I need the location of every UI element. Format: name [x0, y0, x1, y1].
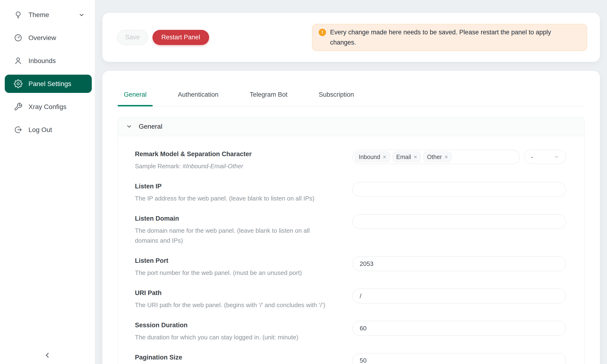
- chevron-down-icon: [79, 12, 85, 18]
- tag-label: Inbound: [359, 154, 380, 160]
- panel-title: General: [139, 123, 162, 130]
- field-description: Sample Remark: #Inbound-Email-Other: [135, 161, 334, 171]
- tag-other: Other ×: [423, 152, 452, 162]
- general-panel-body: Remark Model & Separation Character Samp…: [118, 136, 584, 364]
- sample-remark-prefix: Sample Remark:: [135, 163, 183, 170]
- field-description: The URI path for the web panel. (begins …: [135, 300, 334, 310]
- listen-domain-input[interactable]: [352, 214, 566, 229]
- sidebar-collapse-button[interactable]: [0, 351, 95, 359]
- sidebar-item-panel-settings[interactable]: Panel Settings: [5, 75, 92, 93]
- sidebar-item-label: Overview: [28, 34, 56, 42]
- tag-label: Other: [427, 154, 442, 160]
- form-row-listen-ip: Listen IP The IP address for the web pan…: [135, 182, 566, 203]
- field-label: Pagination Size: [135, 353, 334, 362]
- tag-inbound: Inbound ×: [355, 152, 390, 162]
- gear-icon: [14, 79, 23, 88]
- save-button[interactable]: Save: [117, 30, 148, 45]
- tab-general[interactable]: General: [118, 83, 153, 106]
- actions-card: Save Restart Panel ! Every change made h…: [102, 13, 600, 62]
- chevron-left-icon: [43, 351, 52, 359]
- active-tab-indicator: [118, 105, 153, 106]
- sample-remark-value: #Inbound-Email-Other: [183, 163, 243, 170]
- settings-card: General Authentication Telegram Bot Subs…: [102, 71, 600, 364]
- tab-authentication[interactable]: Authentication: [172, 83, 224, 106]
- form-row-uri-path: URI Path The URI path for the web panel.…: [135, 289, 566, 310]
- sidebar-item-label: Inbounds: [28, 57, 56, 65]
- tab-label: General: [124, 91, 146, 98]
- sidebar-item-overview[interactable]: Overview: [5, 29, 92, 47]
- separator-select[interactable]: -: [524, 150, 566, 164]
- warning-icon: !: [319, 29, 326, 36]
- field-label: Listen Port: [135, 256, 334, 265]
- listen-ip-input[interactable]: [352, 182, 566, 197]
- field-label: Listen IP: [135, 182, 334, 191]
- main-content: Save Restart Panel ! Every change made h…: [95, 0, 607, 364]
- sidebar-item-inbounds[interactable]: Inbounds: [5, 52, 92, 70]
- sidebar-item-theme[interactable]: Theme: [5, 6, 92, 24]
- tab-label: Authentication: [178, 91, 218, 98]
- uri-path-input[interactable]: [352, 289, 566, 303]
- chevron-down-icon: [126, 123, 132, 130]
- tab-subscription[interactable]: Subscription: [313, 83, 360, 106]
- alert-message: Every change made here needs to be saved…: [330, 27, 573, 48]
- form-row-remark-model: Remark Model & Separation Character Samp…: [135, 150, 566, 171]
- form-row-listen-domain: Listen Domain The domain name for the we…: [135, 214, 566, 246]
- general-collapse-panel: General Remark Model & Separation Charac…: [118, 117, 585, 364]
- sidebar-item-label: Log Out: [28, 126, 52, 134]
- remove-tag-icon[interactable]: ×: [445, 154, 448, 160]
- form-row-session-duration: Session Duration The duration for which …: [135, 321, 566, 342]
- sidebar-item-label: Panel Settings: [28, 80, 71, 88]
- field-description: The duration for which you can stay logg…: [135, 332, 334, 342]
- sidebar: Theme Overview Inbounds Panel Settings X…: [0, 0, 95, 364]
- dashboard-icon: [14, 33, 23, 42]
- remove-tag-icon[interactable]: ×: [414, 154, 417, 160]
- tab-label: Subscription: [319, 91, 354, 98]
- field-label: URI Path: [135, 289, 334, 297]
- pagination-size-input[interactable]: [352, 353, 566, 364]
- chevron-down-icon: [554, 154, 559, 160]
- sidebar-item-label: Theme: [28, 11, 49, 19]
- tab-telegram-bot[interactable]: Telegram Bot: [243, 83, 293, 106]
- separator-value: -: [531, 153, 533, 161]
- restart-panel-button[interactable]: Restart Panel: [152, 30, 209, 45]
- logout-icon: [14, 125, 23, 134]
- sidebar-item-label: Xray Configs: [28, 103, 66, 111]
- sidebar-item-xray-configs[interactable]: Xray Configs: [5, 98, 92, 116]
- field-label: Remark Model & Separation Character: [135, 150, 334, 158]
- settings-tabs: General Authentication Telegram Bot Subs…: [118, 83, 585, 106]
- listen-port-input[interactable]: [352, 256, 566, 271]
- tag-label: Email: [396, 154, 411, 160]
- remark-model-multiselect[interactable]: Inbound × Email × Other ×: [352, 150, 520, 164]
- field-description: The domain name for the web panel. (leav…: [135, 226, 334, 246]
- form-row-pagination-size: Pagination Size: [135, 353, 566, 364]
- tab-label: Telegram Bot: [250, 91, 287, 98]
- sidebar-item-logout[interactable]: Log Out: [5, 121, 92, 139]
- remove-tag-icon[interactable]: ×: [383, 154, 386, 160]
- session-duration-input[interactable]: [352, 321, 566, 336]
- field-label: Listen Domain: [135, 214, 334, 223]
- field-description: The IP address for the web panel. (leave…: [135, 193, 334, 203]
- wrench-icon: [14, 102, 23, 111]
- tag-email: Email ×: [392, 152, 421, 162]
- field-label: Session Duration: [135, 321, 334, 329]
- form-row-listen-port: Listen Port The port number for the web …: [135, 256, 566, 278]
- general-panel-header[interactable]: General: [118, 117, 584, 136]
- bulb-icon: [14, 11, 23, 19]
- user-icon: [14, 56, 23, 65]
- field-description: The port number for the web panel. (must…: [135, 268, 334, 278]
- restart-warning-alert: ! Every change made here needs to be sav…: [312, 24, 587, 51]
